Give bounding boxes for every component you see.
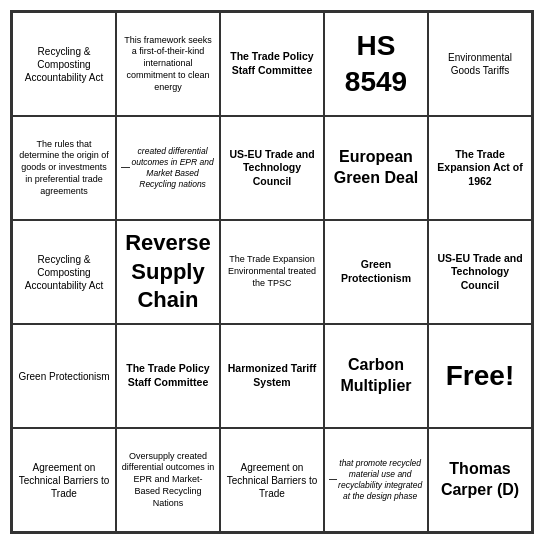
cell-5: The rules that determine the origin of g… [12, 116, 116, 220]
cell-8: European Green Deal [324, 116, 428, 220]
cell-4: Environmental Goods Tariffs [428, 12, 532, 116]
cell-22: Agreement on Technical Barriers to Trade [220, 428, 324, 532]
cell-21: Oversupply created differential outcomes… [116, 428, 220, 532]
cell-16: The Trade Policy Staff Committee [116, 324, 220, 428]
cell-6: created differential outcomes in EPR and… [116, 116, 220, 220]
cell-10: Recycling & Composting Accountability Ac… [12, 220, 116, 324]
cell-12: The Trade Expansion Environmental treate… [220, 220, 324, 324]
bingo-board: Recycling & Composting Accountability Ac… [10, 10, 534, 534]
cell-13: Green Protectionism [324, 220, 428, 324]
cell-0: Recycling & Composting Accountability Ac… [12, 12, 116, 116]
cell-15: Green Protectionism [12, 324, 116, 428]
cell-19: Free! [428, 324, 532, 428]
cell-24: Thomas Carper (D) [428, 428, 532, 532]
cell-18: Carbon Multiplier [324, 324, 428, 428]
cell-9: The Trade Expansion Act of 1962 [428, 116, 532, 220]
cell-7: US-EU Trade and Technology Council [220, 116, 324, 220]
cell-11: Reverse Supply Chain [116, 220, 220, 324]
cell-17: Harmonized Tariff System [220, 324, 324, 428]
cell-3: HS 8549 [324, 12, 428, 116]
cell-1: This framework seeks a first-of-their-ki… [116, 12, 220, 116]
cell-2: The Trade Policy Staff Committee [220, 12, 324, 116]
cell-20: Agreement on Technical Barriers to Trade [12, 428, 116, 532]
cell-14: US-EU Trade and Technology Council [428, 220, 532, 324]
cell-23: that promote recycled material use and r… [324, 428, 428, 532]
